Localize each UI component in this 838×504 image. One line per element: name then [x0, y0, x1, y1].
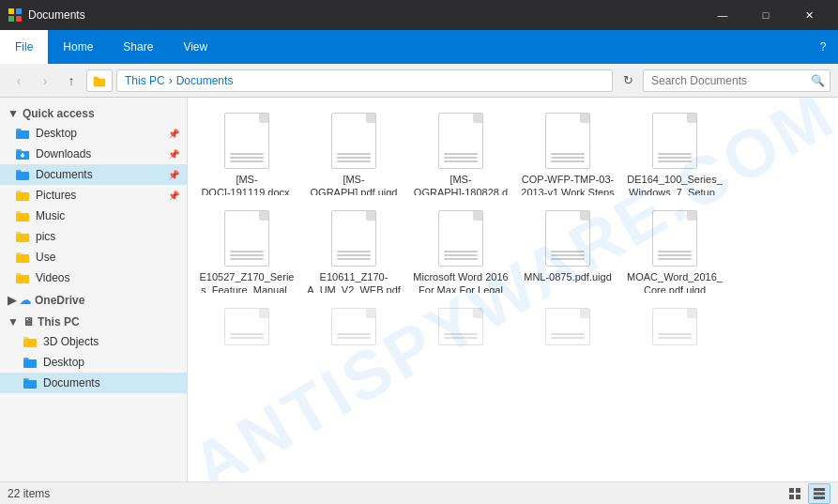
sidebar-item-documents[interactable]: Documents 📌 — [0, 164, 187, 185]
file-item[interactable] — [516, 300, 619, 394]
sidebar-item-3dobjects[interactable]: 3D Objects — [0, 331, 187, 352]
svg-rect-8 — [16, 192, 29, 201]
refresh-button[interactable]: ↻ — [617, 69, 639, 92]
maximize-button[interactable]: □ — [744, 0, 787, 30]
folder-icon — [15, 126, 30, 141]
file-item[interactable]: E10527_Z170_Series_Feature_Manual_UM_V2_… — [195, 203, 298, 297]
svg-rect-0 — [8, 8, 14, 14]
sidebar-section-quick-access[interactable]: ▼ Quick access — [0, 101, 187, 123]
folder-icon — [15, 208, 30, 223]
sidebar-item-pictures[interactable]: Pictures 📌 — [0, 185, 187, 206]
file-icon — [545, 308, 590, 345]
help-button[interactable]: ? — [808, 30, 838, 64]
file-item[interactable]: Microsoft Word 2016 For Max For Legal Pr… — [409, 203, 512, 297]
svg-rect-12 — [16, 275, 29, 283]
search-icon: 🔍 — [811, 74, 825, 87]
folder-icon — [15, 146, 30, 161]
path-segment-documents[interactable]: Documents — [176, 74, 234, 87]
item-count: 22 items — [8, 487, 50, 500]
file-name: MNL-0875.pdf.uigd — [524, 270, 612, 283]
sidebar-item-label: Documents — [36, 168, 93, 181]
file-item[interactable] — [409, 300, 512, 394]
back-button[interactable]: ‹ — [8, 69, 30, 92]
tab-file[interactable]: File — [0, 30, 48, 64]
file-item[interactable]: MOAC_Word_2016_Core.pdf.uigd — [623, 203, 726, 297]
file-item[interactable] — [195, 300, 298, 394]
sidebar-item-videos[interactable]: Videos — [0, 267, 187, 288]
main-area: ▼ Quick access Desktop 📌 Downloads 📌 Doc… — [0, 98, 838, 481]
file-icon — [438, 210, 483, 267]
sidebar-section-onedrive[interactable]: ▶ ☁ OneDrive — [0, 288, 187, 310]
minimize-button[interactable]: — — [701, 0, 744, 30]
file-item[interactable]: [MS-DOC]-191119.docx.uigd — [195, 105, 298, 199]
window-title: Documents — [28, 8, 701, 22]
file-icon — [545, 113, 590, 169]
sidebar-item-label: Pictures — [36, 189, 76, 202]
tab-view[interactable]: View — [168, 30, 222, 64]
svg-rect-11 — [16, 254, 29, 263]
svg-rect-18 — [789, 495, 794, 499]
file-name: [MS-DOC]-191119.docx.uigd — [199, 173, 295, 195]
address-path[interactable]: This PC › Documents — [116, 69, 613, 92]
sidebar-item-desktop2[interactable]: Desktop — [0, 352, 187, 373]
svg-rect-10 — [16, 234, 29, 242]
file-item[interactable]: COP-WFP-TMP-03-2013-v1 Work Steps Report… — [516, 105, 619, 199]
folder-icon — [23, 334, 38, 349]
tab-share[interactable]: Share — [108, 30, 168, 64]
svg-rect-1 — [16, 8, 22, 14]
sidebar-item-use[interactable]: Use — [0, 247, 187, 267]
file-item[interactable]: E10611_Z170-A_UM_V2_WEB.pdf.uigd — [302, 203, 405, 297]
folder-icon — [15, 188, 30, 203]
file-item[interactable]: [MS-OGRAPH].pdf.uigd — [302, 105, 405, 199]
up-button[interactable]: ↑ — [60, 69, 83, 92]
file-name: [MS-OGRAPH].pdf.uigd — [306, 173, 402, 195]
svg-rect-3 — [16, 16, 22, 22]
quick-access-label: Quick access — [23, 107, 95, 120]
sidebar-item-label: Music — [36, 209, 65, 222]
file-icon — [331, 308, 376, 345]
file-item[interactable]: [MS-OGRAPH]-180828.docx.uigd — [409, 105, 512, 199]
sidebar-item-label: pics — [36, 230, 55, 243]
search-wrap: 🔍 — [643, 69, 830, 92]
sidebar-item-documents2[interactable]: Documents — [0, 373, 187, 393]
folder-icon — [15, 167, 30, 182]
file-name: Microsoft Word 2016 For Max For Legal Pr… — [413, 270, 509, 293]
list-view-button[interactable] — [808, 483, 830, 504]
address-bar: ‹ › ↑ This PC › Documents ↻ 🔍 — [0, 64, 838, 98]
pin-icon: 📌 — [168, 129, 179, 139]
title-bar: Documents — □ ✕ — [0, 0, 838, 30]
sidebar-item-label: Desktop — [36, 127, 77, 140]
folder-icon — [23, 355, 38, 370]
search-input[interactable] — [643, 69, 830, 92]
svg-rect-13 — [23, 339, 37, 347]
file-name: E10611_Z170-A_UM_V2_WEB.pdf.uigd — [306, 270, 402, 293]
folder-icon — [23, 375, 38, 390]
this-pc-label: This PC — [38, 315, 80, 328]
window-icon — [8, 8, 23, 23]
file-item[interactable]: MNL-0875.pdf.uigd — [516, 203, 619, 297]
pin-icon: 📌 — [168, 191, 179, 201]
tab-home[interactable]: Home — [48, 30, 108, 64]
icon-view-button[interactable] — [784, 483, 806, 504]
svg-rect-17 — [796, 488, 800, 493]
close-button[interactable]: ✕ — [787, 0, 830, 30]
path-segment-thispc[interactable]: This PC — [125, 74, 165, 87]
sidebar-section-this-pc[interactable]: ▼ 🖥 This PC — [0, 310, 187, 331]
file-name: [MS-OGRAPH]-180828.docx.uigd — [413, 173, 509, 195]
sidebar-item-pics[interactable]: pics — [0, 226, 187, 247]
svg-rect-15 — [23, 380, 37, 389]
files-grid: [MS-DOC]-191119.docx.uigd [MS-OGRAPH].pd… — [188, 98, 838, 402]
sidebar-item-music[interactable]: Music — [0, 206, 187, 226]
sidebar-item-desktop[interactable]: Desktop 📌 — [0, 123, 187, 144]
file-item[interactable] — [623, 300, 726, 394]
sidebar-item-downloads[interactable]: Downloads 📌 — [0, 144, 187, 164]
forward-button[interactable]: › — [34, 69, 56, 92]
file-name: E10527_Z170_Series_Feature_Manual_UM_V2_… — [199, 270, 295, 293]
svg-rect-20 — [814, 488, 825, 491]
svg-rect-19 — [796, 495, 800, 499]
file-item[interactable] — [302, 300, 405, 394]
svg-rect-14 — [23, 359, 37, 368]
file-item[interactable]: DE164_100_Series_Windows_7_Setup_Guide_p… — [623, 105, 726, 199]
file-name: COP-WFP-TMP-03-2013-v1 Work Steps Report… — [520, 173, 616, 195]
ribbon: File Home Share View ? — [0, 30, 838, 64]
